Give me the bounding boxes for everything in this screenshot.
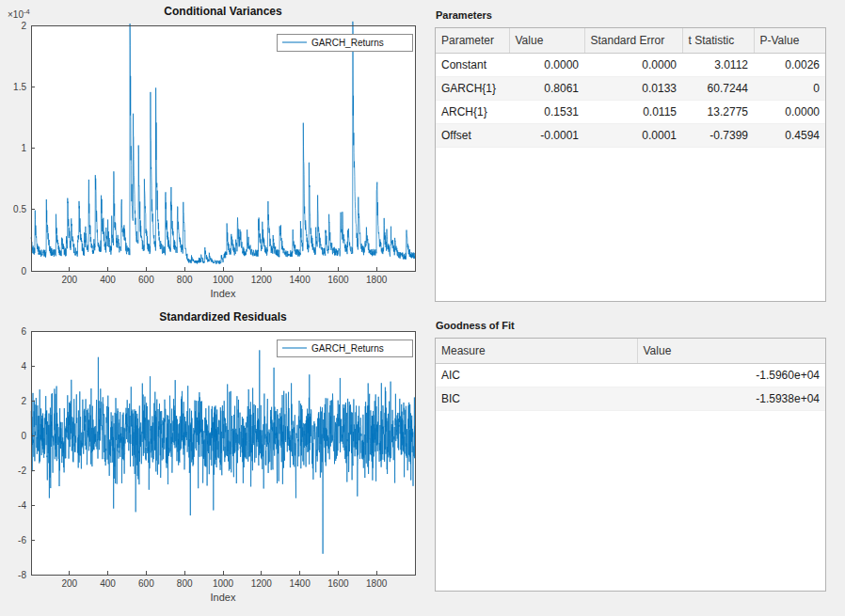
value-cell: 0.8061 <box>509 77 584 101</box>
y-tick-label: 1.5 <box>13 82 26 92</box>
column-header-parameter[interactable]: Parameter <box>436 28 509 54</box>
legend-label: GARCH_Returns <box>311 38 384 48</box>
econometric-results-window: 2004006008001000120014001600180000.511.5… <box>0 0 845 616</box>
x-tick-label: 200 <box>61 578 77 589</box>
x-tick-label: 1800 <box>366 578 388 589</box>
x-axis-label: Index <box>211 592 236 603</box>
value-cell: 0.0115 <box>584 101 682 124</box>
y-tick-label: -2 <box>18 466 26 476</box>
x-tick-label: 1400 <box>289 275 311 285</box>
y-tick-label: -6 <box>18 535 26 545</box>
column-header-p-value[interactable]: P-Value <box>754 28 825 54</box>
value-cell: 13.2775 <box>682 101 754 124</box>
label-cell: Offset <box>436 124 509 148</box>
y-tick-label: 0.5 <box>13 204 26 214</box>
x-tick-label: 400 <box>100 578 116 589</box>
y-tick-label: -8 <box>18 570 26 580</box>
chart-title: Standardized Residuals <box>159 310 287 324</box>
value-cell: 0.0000 <box>509 54 584 77</box>
parameters-table-frame: ParameterValueStandard Errort StatisticP… <box>435 27 826 302</box>
standardized-residuals-figure: 20040060080010001200140016001800-8-6-4-2… <box>0 306 428 611</box>
y-axis-exponent: ×10-4 <box>8 8 30 20</box>
x-tick-label: 1000 <box>213 275 234 285</box>
x-tick-label: 1800 <box>366 275 388 285</box>
x-tick-label: 1000 <box>213 578 234 589</box>
value-cell: -0.7399 <box>682 124 754 148</box>
results-column: Parameters ParameterValueStandard Errort… <box>435 0 826 592</box>
value-cell: 0.0026 <box>754 54 825 77</box>
table-row-bic[interactable]: BIC-1.5938e+04 <box>436 387 825 411</box>
label-cell: ARCH{1} <box>436 101 509 124</box>
value-cell: -1.5960e+04 <box>637 364 825 387</box>
table-row-arch-1[interactable]: ARCH{1}0.15310.011513.27750.0000 <box>436 101 825 124</box>
value-cell: 0 <box>754 77 825 101</box>
value-cell: 0.1531 <box>509 101 584 124</box>
plots-column: 2004006008001000120014001600180000.511.5… <box>0 0 431 611</box>
y-tick-label: 2 <box>21 396 26 406</box>
x-tick-label: 1200 <box>251 578 273 589</box>
value-cell: 0.0133 <box>584 77 682 101</box>
parameters-panel-title: Parameters <box>436 9 826 21</box>
column-header-value[interactable]: Value <box>637 339 825 364</box>
column-header-t-statistic[interactable]: t Statistic <box>682 28 754 54</box>
x-tick-label: 600 <box>138 275 154 285</box>
y-tick-label: -4 <box>18 500 26 511</box>
chart-title: Conditional Variances <box>164 5 282 18</box>
header-row: ParameterValueStandard Errort StatisticP… <box>436 28 825 54</box>
legend-label: GARCH_Returns <box>311 343 384 354</box>
y-tick-label: 1 <box>21 143 26 153</box>
table-row-constant[interactable]: Constant0.00000.00003.01120.0026 <box>436 54 825 77</box>
goodness-of-fit-table-frame: MeasureValueAIC-1.5960e+04BIC-1.5938e+04 <box>435 338 826 592</box>
x-tick-label: 400 <box>100 275 116 285</box>
standardized-residuals-plot: 20040060080010001200140016001800-8-6-4-2… <box>0 306 428 611</box>
x-axis-label: Index <box>211 288 236 299</box>
x-tick-label: 800 <box>177 578 193 589</box>
conditional-variances-figure: 2004006008001000120014001600180000.511.5… <box>0 0 428 306</box>
value-cell: 0.0001 <box>584 124 682 148</box>
x-tick-label: 1600 <box>327 275 349 285</box>
value-cell: 60.7244 <box>682 77 754 101</box>
value-cell: 0.0000 <box>754 101 825 124</box>
conditional-variances-plot: 2004006008001000120014001600180000.511.5… <box>0 0 428 306</box>
column-header-measure[interactable]: Measure <box>436 339 637 364</box>
y-tick-label: 0 <box>21 431 26 441</box>
x-tick-label: 200 <box>61 275 77 285</box>
value-cell: -0.0001 <box>509 124 584 148</box>
column-header-standard-error[interactable]: Standard Error <box>584 28 682 54</box>
y-tick-label: 0 <box>21 266 26 276</box>
x-tick-label: 1400 <box>289 578 311 589</box>
goodness-of-fit-table: MeasureValueAIC-1.5960e+04BIC-1.5938e+04 <box>436 339 825 411</box>
value-cell: 3.0112 <box>682 54 754 77</box>
label-cell: GARCH{1} <box>436 77 509 101</box>
label-cell: BIC <box>436 387 637 411</box>
x-tick-label: 1600 <box>327 578 349 589</box>
table-row-offset[interactable]: Offset-0.00010.0001-0.73990.4594 <box>436 124 825 148</box>
header-row: MeasureValue <box>436 339 825 364</box>
y-tick-label: 4 <box>21 361 26 371</box>
y-tick-label: 6 <box>21 326 26 337</box>
y-tick-label: 2 <box>21 21 26 31</box>
value-cell: 0.0000 <box>584 54 682 77</box>
x-tick-label: 1200 <box>251 275 273 285</box>
label-cell: Constant <box>436 54 509 77</box>
goodness-of-fit-panel-title: Goodness of Fit <box>436 320 826 331</box>
value-cell: 0.4594 <box>754 124 825 148</box>
table-row-aic[interactable]: AIC-1.5960e+04 <box>436 364 825 387</box>
x-tick-label: 800 <box>177 275 193 285</box>
column-header-value[interactable]: Value <box>509 28 584 54</box>
label-cell: AIC <box>436 364 637 387</box>
x-tick-label: 600 <box>138 578 154 589</box>
table-row-garch-1[interactable]: GARCH{1}0.80610.013360.72440 <box>436 77 825 101</box>
parameters-table: ParameterValueStandard Errort StatisticP… <box>436 28 825 148</box>
value-cell: -1.5938e+04 <box>637 387 825 411</box>
